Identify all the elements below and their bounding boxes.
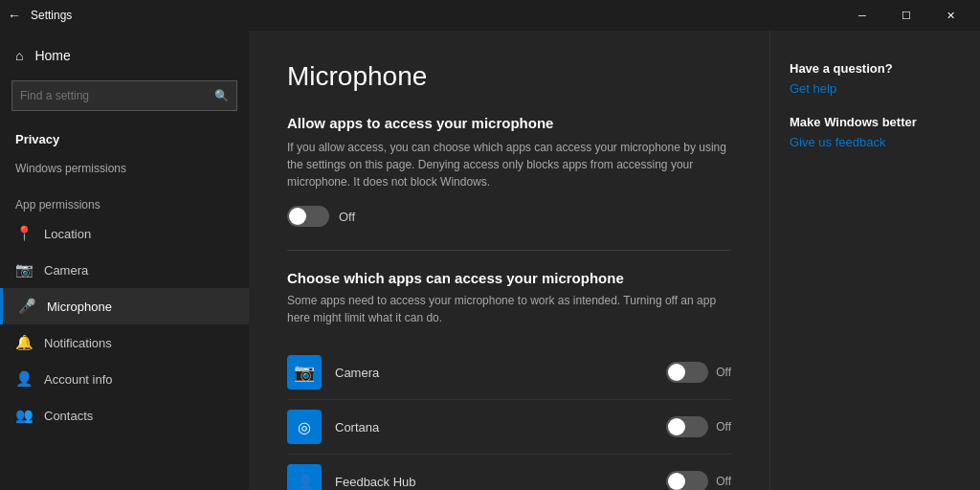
minimize-button[interactable]: ─ [840,0,884,31]
sidebar-item-microphone[interactable]: 🎤 Microphone [0,288,249,324]
feedback-hub-app-toggle[interactable] [666,471,708,490]
allow-section-title: Allow apps to access your microphone [287,115,731,131]
cortana-app-icon-symbol: ◎ [298,418,311,436]
app-item-cortana: ◎ Cortana Off [287,400,731,455]
give-feedback-link[interactable]: Give us feedback [790,135,961,149]
cortana-app-toggle-row: Off [666,416,731,437]
app-item-feedback-hub: 👤 Feedback Hub Off [287,455,731,490]
search-input[interactable] [12,89,206,102]
allow-toggle-row: Off [287,206,731,227]
sidebar-item-account-info[interactable]: 👤 Account info [0,361,249,397]
camera-app-name: Camera [335,366,379,380]
titlebar-title: Settings [31,9,72,22]
right-panel: Have a question? Get help Make Windows b… [769,31,980,490]
right-improve-title: Make Windows better [790,115,961,129]
app-item-camera-left: 📷 Camera [287,355,379,390]
get-help-link[interactable]: Get help [790,81,961,96]
feedback-hub-app-toggle-knob [668,473,685,490]
right-question-title: Have a question? [790,61,961,76]
camera-app-toggle-label: Off [716,366,731,379]
cortana-app-name: Cortana [335,420,379,434]
app-item-feedback-hub-left: 👤 Feedback Hub [287,464,416,490]
allow-section-desc: If you allow access, you can choose whic… [287,139,731,190]
allow-toggle-label: Off [339,210,355,224]
sidebar-item-location[interactable]: 📍 Location [0,215,249,252]
section-divider [287,250,731,251]
sidebar-app-permissions-label: App permissions [0,189,249,215]
feedback-hub-app-toggle-label: Off [716,475,731,488]
cortana-app-icon: ◎ [287,410,322,444]
home-icon: ⌂ [15,48,23,63]
sidebar-section-privacy: Privacy [0,119,249,152]
sidebar-item-location-label: Location [44,227,91,241]
feedback-hub-app-icon-symbol: 👤 [297,474,313,489]
sidebar-item-camera-label: Camera [44,263,88,278]
app-item-cortana-left: ◎ Cortana [287,410,379,444]
cortana-app-toggle-knob [668,418,685,435]
sidebar-item-notifications-label: Notifications [44,336,112,350]
choose-section-desc: Some apps need to access your microphone… [287,292,731,326]
sidebar-item-account-info-label: Account info [44,372,113,387]
sidebar-item-camera[interactable]: 📷 Camera [0,252,249,288]
titlebar: ← Settings ─ ☐ ✕ [0,0,980,31]
choose-section-title: Choose which apps can access your microp… [287,270,731,286]
cortana-app-toggle-label: Off [716,420,731,434]
allow-toggle-knob [289,208,306,225]
maximize-button[interactable]: ☐ [884,0,928,31]
app-item-camera: 📷 Camera Off [287,345,731,400]
app-container: ⌂ Home 🔍 Privacy Windows permissions App… [0,31,980,490]
camera-app-icon-symbol: 📷 [294,362,315,383]
search-icon[interactable]: 🔍 [206,80,236,111]
sidebar-item-contacts[interactable]: 👥 Contacts [0,397,249,434]
back-icon[interactable]: ← [8,8,21,23]
search-box: 🔍 [11,80,237,111]
camera-app-toggle-knob [668,364,685,381]
sidebar-item-microphone-label: Microphone [47,300,112,314]
camera-app-toggle[interactable] [666,362,708,383]
sidebar: ⌂ Home 🔍 Privacy Windows permissions App… [0,31,249,490]
location-icon: 📍 [15,225,33,242]
notifications-icon: 🔔 [15,334,33,351]
sidebar-windows-permissions-label: Windows permissions [0,152,249,179]
titlebar-left: ← Settings [8,8,72,23]
sidebar-home-label: Home [34,48,70,63]
account-info-icon: 👤 [15,370,33,388]
feedback-hub-app-icon: 👤 [287,464,322,490]
camera-app-icon: 📷 [287,355,322,390]
feedback-hub-app-name: Feedback Hub [335,475,416,489]
sidebar-home-button[interactable]: ⌂ Home [0,38,249,73]
sidebar-item-contacts-label: Contacts [44,409,93,423]
contacts-icon: 👥 [15,407,33,424]
page-title: Microphone [287,61,731,92]
cortana-app-toggle[interactable] [666,416,708,437]
allow-toggle[interactable] [287,206,329,227]
titlebar-controls: ─ ☐ ✕ [840,0,972,31]
main-content: Microphone Allow apps to access your mic… [249,31,769,490]
feedback-hub-app-toggle-row: Off [666,471,731,490]
sidebar-item-notifications[interactable]: 🔔 Notifications [0,324,249,361]
microphone-icon: 🎤 [18,298,35,315]
camera-icon: 📷 [15,261,33,278]
close-button[interactable]: ✕ [928,0,972,31]
camera-app-toggle-row: Off [666,362,731,383]
